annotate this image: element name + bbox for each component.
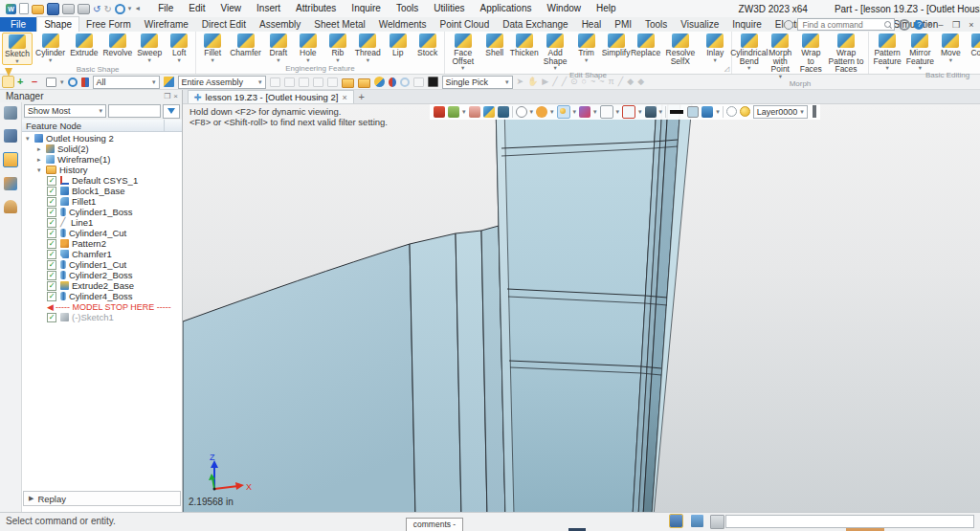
pick-filter-point-icon[interactable]: ⊙ [570,77,578,87]
trim-button[interactable]: Trim▾ [572,33,601,63]
tree-row-sketch1[interactable]: ✓(-)Sketch1 [22,312,182,322]
checkbox[interactable]: ✓ [47,271,56,280]
fillet-button[interactable]: Fillet▾ [198,33,227,63]
checkbox[interactable]: ✓ [47,218,56,228]
line-width-icon[interactable] [670,110,683,114]
doc-minimize-button[interactable]: – [935,20,947,30]
menu-utilities[interactable]: Utilities [426,0,472,17]
open-file-icon[interactable] [32,5,44,14]
constraint-2-icon[interactable] [313,77,323,87]
menu-view[interactable]: View [213,0,250,17]
refresh-icon[interactable] [68,77,78,87]
add-shape-button[interactable]: Add Shape▾ [540,33,571,71]
tree-row-history[interactable]: ▾History [22,165,182,175]
menu-file[interactable]: File [150,0,181,17]
align-top-icon[interactable] [270,77,280,87]
view-settings-icon[interactable] [536,106,547,118]
new-tab-button[interactable]: + [354,91,369,103]
view-history-icon[interactable] [516,106,527,118]
thicken-button[interactable]: Thicken [510,33,539,57]
regen-icon[interactable] [115,4,125,14]
layer-dropdown[interactable]: Layer0000▾ [753,105,808,119]
tab-weldments[interactable]: Weldments [372,17,434,32]
pmi-display-icon[interactable] [81,77,89,87]
pick-filter-hand-icon[interactable]: ✋ [527,77,538,87]
tab-inquire[interactable]: Inquire [725,17,768,32]
extrude-button[interactable]: Extrude [68,33,100,57]
save-icon[interactable] [47,3,59,15]
cylinder-button[interactable]: Cylinder▾ [33,33,67,63]
erase-icon[interactable] [469,106,480,118]
status-panel-icon[interactable] [710,515,724,529]
add-entity-icon[interactable]: + [17,77,28,87]
pick-filter-cursor-icon[interactable]: ➤ [517,77,524,87]
model-canvas[interactable]: Z X Hold down <F2> for dynamic viewing. … [183,104,980,512]
gear-icon[interactable] [899,19,910,31]
thread-button[interactable]: Thread▾ [353,33,383,63]
tree-row-line1[interactable]: ✓╱Line1 [22,217,182,228]
toolbar-handle[interactable] [813,105,816,118]
help-icon[interactable]: ? [914,20,924,30]
view-orientation-icon[interactable] [579,106,590,118]
pick-filter-edge-icon[interactable]: ╱ [618,77,623,87]
pick-filter-face-icon[interactable]: ◆ [627,77,634,87]
menu-applications[interactable]: Applications [473,0,540,17]
lip-button[interactable]: Lip [384,33,412,57]
checkbox[interactable]: ✓ [47,250,56,259]
doc-close-button[interactable]: × [966,20,977,30]
pattern-feature-button[interactable]: Pattern Feature▾ [871,33,904,71]
rib-button[interactable]: Rib▾ [323,33,352,63]
tab-pmi[interactable]: PMI [608,17,638,32]
tab-shape[interactable]: Shape [36,16,79,32]
checkbox[interactable]: ✓ [47,313,56,322]
edit-shape-launcher-icon[interactable]: ◿ [724,65,729,73]
tree-row-fillet1[interactable]: ✓Fillet1 [22,196,182,207]
menu-edit[interactable]: Edit [181,0,212,17]
globe-icon[interactable] [374,77,385,87]
checkbox[interactable]: ✓ [47,281,56,291]
tree-row-extrude2-base[interactable]: ✓Extrude2_Base [22,280,182,291]
help-dropdown-icon[interactable]: ▾ [927,20,931,30]
checkbox[interactable]: ✓ [47,229,56,238]
filter-all-dropdown[interactable]: All▾ [93,76,160,89]
manager-float-icon[interactable]: ❒ [164,92,170,100]
tree-row-wireframe[interactable]: ▸Wireframe(1) [22,154,182,165]
pick-filter-play-icon[interactable]: ▶ [542,77,548,87]
hole-button[interactable]: Hole▾ [294,33,323,63]
copy-button[interactable]: Copy [966,33,980,57]
exit-icon[interactable] [434,106,445,118]
pick-filter-circle-icon[interactable]: ○ [582,77,587,87]
tab-tools[interactable]: Tools [638,17,674,32]
tree-row-solid[interactable]: ▸Solid(2) [22,144,182,154]
stock-button[interactable]: Stock [413,33,442,57]
shell-button[interactable]: Shell [480,33,509,57]
menu-tools[interactable]: Tools [389,0,426,17]
constraint-1-icon[interactable] [299,77,309,87]
pick-filter-shape-icon[interactable]: ◆ [637,77,644,87]
zw3d-logo-icon[interactable]: W [6,4,16,14]
tree-row-cylinder1-boss[interactable]: ✓Cylinder1_Boss [22,207,182,217]
filter-funnel-button[interactable] [163,104,180,119]
undo-icon[interactable]: ↺ [93,4,100,14]
black-swatch[interactable] [428,77,438,87]
tab-visualize[interactable]: Visualize [674,17,725,32]
tree-row-default-csys[interactable]: ✓Default CSYS_1 [22,175,182,186]
manager-tree-tab-icon[interactable] [4,106,17,120]
pick-filter-line2-icon[interactable]: ╱ [562,77,567,87]
pick-filter-spline-icon[interactable]: ~ [599,77,604,87]
replace-button[interactable]: Replace [632,33,660,57]
bulb-off-icon[interactable] [726,106,737,117]
simplify-button[interactable]: Simplify [602,33,631,57]
zoom-dropdown-icon[interactable]: ▾ [60,77,64,87]
bulb-on-icon[interactable] [740,106,750,117]
manager-close-icon[interactable]: × [173,92,178,100]
pick-filter-line-icon[interactable]: ╱ [552,77,557,87]
tree-row-cylinder4-cut[interactable]: ✓Cylinder4_Cut [22,228,182,238]
tab-direct-edit[interactable]: Direct Edit [195,17,253,32]
wrap-pattern-to-faces-button[interactable]: Wrap Pattern to Faces [826,33,866,74]
show-filter-dropdown[interactable]: Show Most▾ [24,104,106,118]
new-file-icon[interactable] [19,3,29,14]
checkbox[interactable]: ✓ [47,176,56,186]
chamfer-button[interactable]: Chamfer [228,33,263,57]
tab-close-icon[interactable]: × [342,93,346,102]
